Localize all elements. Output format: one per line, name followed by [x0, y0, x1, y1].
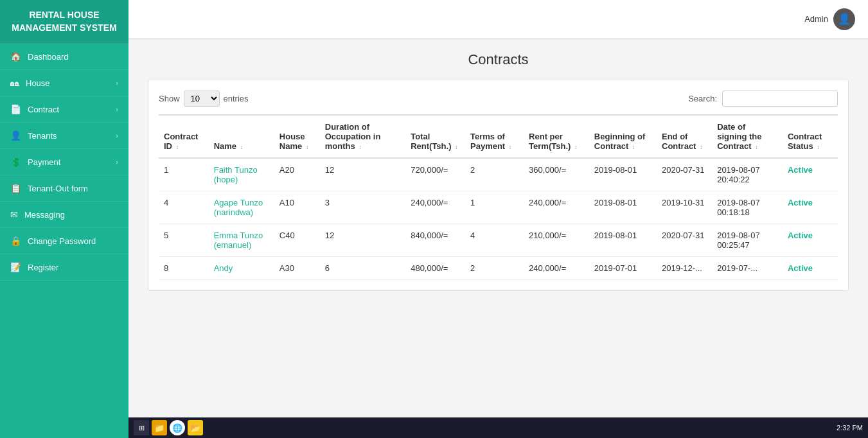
- entries-select[interactable]: 10 25 50 100: [184, 91, 220, 107]
- page-title: Contracts: [148, 51, 849, 68]
- cell-r3-c8: 2019-12-...: [657, 257, 712, 280]
- cell-r3-c4: 480,000/=: [405, 257, 465, 280]
- th-total-rent[interactable]: Total Rent(Tsh.) ↕: [405, 115, 465, 158]
- cell-r1-c6: 240,000/=: [524, 191, 589, 224]
- sidebar-label-dashboard: Dashboard: [28, 52, 69, 62]
- cell-r0-c2: A20: [274, 158, 320, 191]
- cell-r3-c6: 240,000/=: [524, 257, 589, 280]
- arrow-icon: ›: [116, 158, 118, 166]
- table-row: 8AndyA306480,000/=2240,000/=2019-07-0120…: [159, 257, 838, 280]
- cell-r1-c7: 2019-08-01: [589, 191, 657, 224]
- cell-r3-c2: A30: [274, 257, 320, 280]
- sidebar-item-payment[interactable]: 💲 Payment ›: [0, 149, 128, 175]
- search-label: Search:: [688, 94, 717, 103]
- cell-r3-c0: 8: [159, 257, 209, 280]
- th-duration[interactable]: Duration of Occupation in months ↕: [320, 115, 405, 158]
- table-row: 5Emma Tunzo (emanuel)C4012840,000/=4210,…: [159, 224, 838, 257]
- cell-r0-c6: 360,000/=: [524, 158, 589, 191]
- payment-icon: 💲: [10, 157, 21, 167]
- sidebar-item-messaging[interactable]: ✉ Messaging: [0, 202, 128, 228]
- cell-r0-c10: Active: [783, 158, 838, 191]
- sort-arrows-rent-per-term: ↕: [574, 144, 578, 150]
- th-beginning[interactable]: Beginning of Contract ↕: [589, 115, 657, 158]
- taskbar-folder-icon[interactable]: 📁: [152, 420, 167, 435]
- taskbar-chrome-icon[interactable]: 🌐: [170, 420, 185, 435]
- cell-r2-c1[interactable]: Emma Tunzo (emanuel): [209, 224, 274, 257]
- table-container: Show 10 25 50 100 entries Search:: [148, 80, 849, 291]
- taskbar-files-icon[interactable]: 📂: [188, 420, 203, 435]
- messaging-icon: ✉: [10, 209, 18, 220]
- arrow-icon: ›: [116, 105, 118, 113]
- sort-arrows-end: ↕: [700, 144, 703, 150]
- th-date-signing[interactable]: Date of signing the Contract ↕: [712, 115, 783, 158]
- cell-r1-c1[interactable]: Agape Tunzo (narindwa): [209, 191, 274, 224]
- cell-r2-c10: Active: [783, 224, 838, 257]
- th-terms[interactable]: Terms of Payment ↕: [465, 115, 524, 158]
- th-house-name[interactable]: House Name ↕: [274, 115, 320, 158]
- cell-r2-c9: 2019-08-07 00:25:47: [712, 224, 783, 257]
- cell-r1-c0: 4: [159, 191, 209, 224]
- sidebar-label-change-password: Change Password: [28, 236, 96, 246]
- register-icon: 📝: [10, 262, 21, 272]
- topbar: Admin 👤: [128, 0, 868, 39]
- cell-r2-c0: 5: [159, 224, 209, 257]
- table-body: 1Faith Tunzo (hope)A2012720,000/=2360,00…: [159, 158, 838, 280]
- entries-label: entries: [224, 94, 249, 103]
- sidebar-item-dashboard[interactable]: 🏠 Dashboard: [0, 44, 128, 70]
- cell-r0-c1[interactable]: Faith Tunzo (hope): [209, 158, 274, 191]
- sidebar-label-payment: Payment: [28, 157, 60, 167]
- change-password-icon: 🔒: [10, 236, 21, 246]
- sidebar-label-register: Register: [28, 263, 58, 272]
- cell-r1-c9: 2019-08-07 00:18:18: [712, 191, 783, 224]
- taskbar-left: ⊞ 📁 🌐 📂: [134, 420, 203, 435]
- admin-label: Admin: [804, 14, 828, 24]
- cell-r1-c5: 1: [465, 191, 524, 224]
- sidebar-label-messaging: Messaging: [24, 210, 65, 220]
- table-controls: Show 10 25 50 100 entries Search:: [159, 91, 838, 107]
- cell-r3-c9: 2019-07-...: [712, 257, 783, 280]
- sidebar-item-tenant-out[interactable]: 📋 Tenant-Out form: [0, 175, 128, 202]
- sidebar-label-house: House: [26, 78, 50, 88]
- search-input[interactable]: [722, 91, 838, 107]
- cell-r1-c8: 2019-10-31: [657, 191, 712, 224]
- sidebar-item-house[interactable]: 🏘 House ›: [0, 70, 128, 96]
- sidebar-nav: 🏠 Dashboard 🏘 House › 📄 Contract › 👤 Ten…: [0, 44, 128, 281]
- cell-r2-c8: 2020-07-31: [657, 224, 712, 257]
- sidebar-label-tenant-out: Tenant-Out form: [28, 184, 88, 193]
- cell-r2-c4: 840,000/=: [405, 224, 465, 257]
- sidebar-item-tenants[interactable]: 👤 Tenants ›: [0, 123, 128, 149]
- house-icon: 🏘: [10, 78, 19, 88]
- th-contract-id[interactable]: Contract ID ↕: [159, 115, 209, 158]
- search-bar: Search:: [688, 91, 838, 107]
- sidebar-item-change-password[interactable]: 🔒 Change Password: [0, 228, 128, 254]
- sort-arrows-contract-id: ↕: [176, 144, 179, 150]
- tenants-icon: 👤: [10, 130, 21, 141]
- sort-arrows-house-name: ↕: [306, 144, 309, 150]
- arrow-icon: ›: [116, 79, 118, 87]
- table-header: Contract ID ↕Name ↕House Name ↕Duration …: [159, 115, 838, 158]
- sidebar-label-tenants: Tenants: [28, 131, 57, 141]
- sort-arrows-date-signing: ↕: [755, 144, 758, 150]
- sidebar: RENTAL HOUSE MANAGEMENT SYSTEM 🏠 Dashboa…: [0, 0, 128, 438]
- content-area: Contracts Show 10 25 50 100 entries Sear…: [128, 39, 868, 417]
- cell-r1-c10: Active: [783, 191, 838, 224]
- cell-r0-c8: 2020-07-31: [657, 158, 712, 191]
- cell-r0-c4: 720,000/=: [405, 158, 465, 191]
- th-name[interactable]: Name ↕: [209, 115, 274, 158]
- cell-r3-c3: 6: [320, 257, 405, 280]
- sidebar-item-register[interactable]: 📝 Register: [0, 254, 128, 281]
- sidebar-item-contract[interactable]: 📄 Contract ›: [0, 96, 128, 123]
- cell-r2-c6: 210,000/=: [524, 224, 589, 257]
- start-button[interactable]: ⊞: [134, 420, 149, 435]
- cell-r0-c3: 12: [320, 158, 405, 191]
- th-rent-per-term[interactable]: Rent per Term(Tsh.) ↕: [524, 115, 589, 158]
- cell-r1-c4: 240,000/=: [405, 191, 465, 224]
- th-status[interactable]: Contract Status ↕: [783, 115, 838, 158]
- admin-avatar: 👤: [833, 8, 855, 30]
- cell-r3-c1[interactable]: Andy: [209, 257, 274, 280]
- sidebar-label-contract: Contract: [28, 105, 59, 114]
- sort-arrows-name: ↕: [240, 144, 244, 150]
- th-end[interactable]: End of Contract ↕: [657, 115, 712, 158]
- table-row: 1Faith Tunzo (hope)A2012720,000/=2360,00…: [159, 158, 838, 191]
- cell-r2-c2: C40: [274, 224, 320, 257]
